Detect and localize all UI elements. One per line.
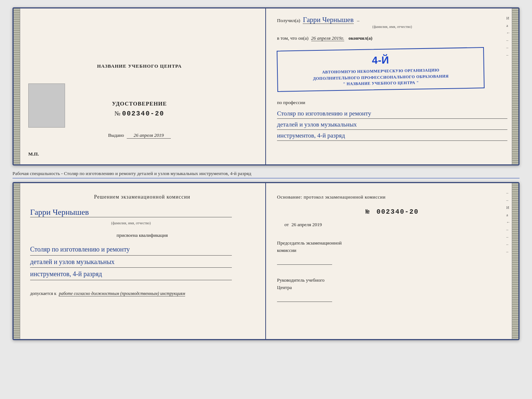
received-prefix: Получил(а) [277,18,300,23]
chairman-line1: Председатель экзаменационной [277,240,342,246]
left-decorative-strip-2 [14,183,20,339]
qualification-value: Столяр по изготовлению и ремонту деталей… [30,244,232,281]
cert-title: УДОСТОВЕРЕНИЕ [112,101,167,107]
admission-italic: работе согласно должностным (производств… [59,291,185,296]
profession-line2: деталей и узлов музыкальных [277,120,507,130]
protocol-prefix: № [366,208,370,215]
profession-label: по профессии [277,100,507,106]
document-top: НАЗВАНИЕ УЧЕБНОГО ЦЕНТРА УДОСТОВЕРЕНИЕ №… [12,7,520,165]
director-label: Руководитель учебного Центра [277,277,507,302]
right-chars-bottom: – – И а ← – – – – [506,190,510,254]
doc-bottom-right: Основание: протокол экзаменационной коми… [266,183,518,339]
protocol-date-line: от 26 апреля 2019 [284,222,507,228]
doc-top-right: Получил(а) Гарри Чернышев – (фамилия, им… [266,8,518,164]
right-decorative-strip [512,8,518,164]
admission-prefix: допускается к [30,291,56,296]
qual-line2: деталей и узлов музыкальных [30,256,232,268]
profession-line1: Столяр по изготовлению и ремонту [277,108,507,119]
doc-top-left: НАЗВАНИЕ УЧЕБНОГО ЦЕНТРА УДОСТОВЕРЕНИЕ №… [14,8,266,164]
qualification-label: присвоена квалификация [30,232,254,238]
chairman-signature [277,257,332,265]
director-signature [277,295,332,302]
received-line: Получил(а) Гарри Чернышев – (фамилия, им… [277,16,507,29]
qual-line1: Столяр по изготовлению и ремонту [30,244,232,256]
institution-title: НАЗВАНИЕ УЧЕБНОГО ЦЕНТРА [97,63,182,70]
issued-date: 26 апреля 2019 [127,132,171,139]
issued-label: Выдано [108,132,124,138]
dash-1: – [357,18,360,23]
profession-value: Столяр по изготовлению и ремонту деталей… [277,108,507,142]
cert-number-line: № 002340-20 [115,110,165,117]
chairman-label: Председатель экзаменационной комиссии [277,239,507,265]
right-decorative-strip-2 [512,183,518,339]
stamp-big-text: 4-й [282,51,479,70]
protocol-number: 002340-20 [377,208,419,215]
admission-text: допускается к работе согласно должностны… [30,290,185,297]
received-name: Гарри Чернышев [303,16,353,24]
person-name-large: Гарри Чернышев [30,207,232,217]
specialty-label: Рабочая специальность - Столяр по изгото… [12,169,520,178]
mp-label: М.П. [28,151,39,157]
name-subtitle: (фамилия, имя, отчество) [30,221,232,225]
right-chars: И а ← – – – [506,16,510,57]
chairman-line2: комиссии [277,247,296,253]
photo-placeholder [28,83,65,128]
in-that-prefix: в том, что он(а) [277,35,309,41]
date-value: 26 апреля 2019 [291,222,322,227]
cert-issued-line: Выдано 26 апреля 2019 [39,132,240,139]
document-bottom: Решением экзаменационной комиссии Гарри … [12,182,520,340]
stamp-line2: ДОПОЛНИТЕЛЬНОГО ПРОФЕССИОНАЛЬНОГО ОБРАЗО… [313,74,449,80]
left-decorative-strip [14,8,20,164]
doc-bottom-left: Решением экзаменационной комиссии Гарри … [14,183,266,339]
page-wrapper: НАЗВАНИЕ УЧЕБНОГО ЦЕНТРА УДОСТОВЕРЕНИЕ №… [12,7,520,340]
qual-line3: инструментов, 4-й разряд [30,268,232,280]
stamp-line3: " НАЗВАНИЕ УЧЕБНОГО ЦЕНТРА " [343,80,419,86]
protocol-number-line: № 002340-20 [277,208,507,215]
basis-text: Основание: протокол экзаменационной коми… [277,194,507,200]
in-that-line: в том, что он(а) 26 апреля 2019г. окончи… [277,35,507,41]
date-prefix: от [284,222,289,227]
cert-number-prefix: № [115,110,121,117]
cert-number: 002340-20 [122,110,164,117]
completion-date: 26 апреля 2019г. [311,35,344,41]
director-line2: Центра [277,285,292,290]
stamp-box: 4-й АВТОНОМНУЮ НЕКОММЕРЧЕСКУЮ ОРГАНИЗАЦИ… [277,47,485,92]
finished-label: окончил(а) [348,35,372,41]
received-subtitle: (фамилия, имя, отчество) [277,25,507,29]
director-line1: Руководитель учебного [277,277,324,283]
stamp-line1: АВТОНОМНУЮ НЕКОММЕРЧЕСКУЮ ОРГАНИЗАЦИЮ [322,68,439,74]
profession-line3: инструментов, 4-й разряд [277,131,507,141]
decision-text: Решением экзаменационной комиссии [30,194,254,200]
